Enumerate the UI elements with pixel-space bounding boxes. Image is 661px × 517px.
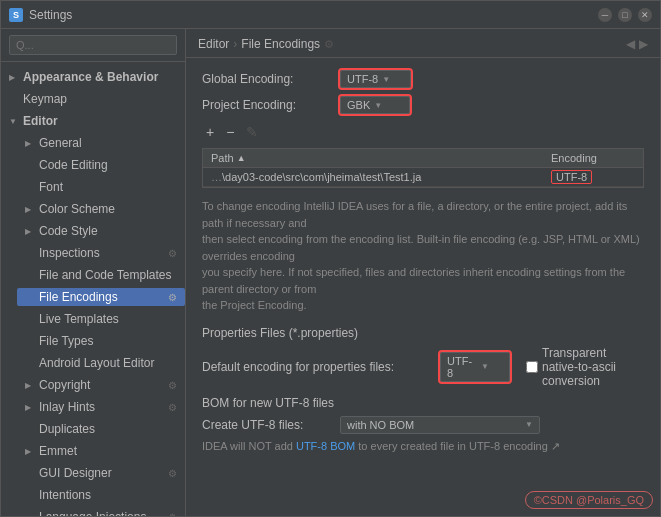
- nav-back-arrow[interactable]: ◀: [626, 37, 635, 51]
- sidebar-item-keymap[interactable]: Keymap: [1, 88, 185, 110]
- sidebar-tree: ▶ Appearance & Behavior Keymap ▼ Editor: [1, 62, 185, 516]
- panel-header: Editor › File Encodings ⚙ ◀ ▶: [186, 29, 660, 58]
- sidebar-item-intentions[interactable]: Intentions: [17, 484, 185, 506]
- remove-encoding-button[interactable]: −: [222, 122, 238, 142]
- breadcrumb-current: File Encodings: [241, 37, 320, 51]
- settings-icon: ⚙: [168, 292, 177, 303]
- sidebar-item-general[interactable]: ▶ General: [17, 132, 185, 154]
- note-text: IDEA will NOT add UTF-8 BOM to every cre…: [202, 440, 644, 453]
- main-content: ▶ Appearance & Behavior Keymap ▼ Editor: [1, 29, 660, 516]
- create-utf8-dropdown[interactable]: with NO BOM ▼: [340, 416, 540, 434]
- sidebar-item-label: File and Code Templates: [39, 268, 172, 282]
- sidebar-item-live-templates[interactable]: Live Templates: [17, 308, 185, 330]
- bom-section: BOM for new UTF-8 files Create UTF-8 fil…: [202, 396, 644, 453]
- global-encoding-label: Global Encoding:: [202, 72, 332, 86]
- sidebar-item-copyright[interactable]: ▶ Copyright ⚙: [17, 374, 185, 396]
- sidebar-item-label: Android Layout Editor: [39, 356, 154, 370]
- sidebar-item-font[interactable]: Font: [17, 176, 185, 198]
- window-title: Settings: [29, 8, 72, 22]
- sidebar-item-label: Code Style: [39, 224, 98, 238]
- dropdown-arrow-icon: ▼: [374, 101, 382, 110]
- create-utf8-value: with NO BOM: [347, 419, 521, 431]
- app-icon: S: [9, 8, 23, 22]
- arrow-icon: ▶: [25, 447, 37, 456]
- minimize-button[interactable]: ─: [598, 8, 612, 22]
- sidebar-item-android-layout[interactable]: Android Layout Editor: [17, 352, 185, 374]
- sidebar: ▶ Appearance & Behavior Keymap ▼ Editor: [1, 29, 186, 516]
- table-cell-path: …\day03-code\src\com\jheima\test\Test1.j…: [203, 168, 543, 186]
- properties-section: Properties Files (*.properties) Default …: [202, 326, 644, 388]
- sidebar-item-label: Appearance & Behavior: [23, 70, 158, 84]
- sidebar-item-label: File Types: [39, 334, 93, 348]
- create-utf8-label: Create UTF-8 files:: [202, 418, 332, 432]
- nav-forward-arrow[interactable]: ▶: [639, 37, 648, 51]
- title-bar: S Settings ─ □ ✕: [1, 1, 660, 29]
- create-utf8-row: Create UTF-8 files: with NO BOM ▼: [202, 416, 644, 434]
- sidebar-item-inlay-hints[interactable]: ▶ Inlay Hints ⚙: [17, 396, 185, 418]
- sidebar-item-label: Live Templates: [39, 312, 119, 326]
- arrow-icon: ▼: [9, 117, 21, 126]
- sidebar-item-label: Keymap: [23, 92, 67, 106]
- encodings-table: Path ▲ Encoding …\day03-code\src\com\jhe…: [202, 148, 644, 188]
- sidebar-item-inspections[interactable]: Inspections ⚙: [17, 242, 185, 264]
- breadcrumb-parent: Editor: [198, 37, 229, 51]
- breadcrumb: Editor › File Encodings ⚙: [198, 37, 334, 51]
- sidebar-item-file-encodings[interactable]: File Encodings ⚙: [17, 286, 185, 308]
- arrow-icon: ▶: [25, 205, 37, 214]
- sidebar-item-language-injections[interactable]: Language Injections ⚙: [17, 506, 185, 516]
- edit-encoding-button[interactable]: ✎: [242, 122, 262, 142]
- default-encoding-dropdown[interactable]: UTF-8 ▼: [440, 352, 510, 382]
- window-controls: ─ □ ✕: [598, 8, 652, 22]
- sidebar-item-label: Intentions: [39, 488, 91, 502]
- utf8-bom-link[interactable]: UTF-8 BOM: [296, 440, 355, 452]
- sidebar-item-emmet[interactable]: ▶ Emmet: [17, 440, 185, 462]
- search-input[interactable]: [9, 35, 177, 55]
- path-column-header: Path ▲: [203, 149, 543, 167]
- transparent-conversion-label: Transparent native-to-ascii conversion: [526, 346, 644, 388]
- sidebar-item-file-types[interactable]: File Types: [17, 330, 185, 352]
- editor-children: ▶ General Code Editing: [1, 132, 185, 516]
- project-encoding-label: Project Encoding:: [202, 98, 332, 112]
- main-panel: Editor › File Encodings ⚙ ◀ ▶ Global Enc…: [186, 29, 660, 516]
- nav-arrows: ◀ ▶: [626, 37, 648, 51]
- project-encoding-dropdown[interactable]: GBK ▼: [340, 96, 410, 114]
- table-cell-encoding: UTF-8: [543, 168, 643, 186]
- sidebar-item-label: Font: [39, 180, 63, 194]
- arrow-icon: ▶: [25, 381, 37, 390]
- sidebar-item-label: Emmet: [39, 444, 77, 458]
- sidebar-item-label: File Encodings: [39, 290, 118, 304]
- encoding-column-header: Encoding: [543, 149, 643, 167]
- close-button[interactable]: ✕: [638, 8, 652, 22]
- panel-content: Global Encoding: UTF-8 ▼ Project Encodin…: [186, 58, 660, 516]
- encoding-badge: UTF-8: [551, 170, 592, 184]
- add-encoding-button[interactable]: +: [202, 122, 218, 142]
- transparent-conversion-text: Transparent native-to-ascii conversion: [542, 346, 644, 388]
- global-encoding-dropdown[interactable]: UTF-8 ▼: [340, 70, 411, 88]
- arrow-icon: ▶: [25, 139, 37, 148]
- search-box: [1, 29, 185, 62]
- dropdown-arrow-icon: ▼: [481, 362, 489, 371]
- settings-icon: ⚙: [168, 512, 177, 517]
- dropdown-arrow-icon: ▼: [382, 75, 390, 84]
- sidebar-item-file-templates[interactable]: File and Code Templates: [17, 264, 185, 286]
- transparent-conversion-checkbox[interactable]: [526, 361, 538, 373]
- default-encoding-row: Default encoding for properties files: U…: [202, 346, 644, 388]
- dropdown-arrow-icon: ▼: [525, 420, 533, 429]
- maximize-button[interactable]: □: [618, 8, 632, 22]
- sidebar-item-label: Editor: [23, 114, 58, 128]
- sidebar-item-code-editing[interactable]: Code Editing: [17, 154, 185, 176]
- settings-window: S Settings ─ □ ✕ ▶ Appearance & Behavior: [0, 0, 661, 517]
- sidebar-item-duplicates[interactable]: Duplicates: [17, 418, 185, 440]
- sidebar-item-gui-designer[interactable]: GUI Designer ⚙: [17, 462, 185, 484]
- sidebar-item-label: Inlay Hints: [39, 400, 95, 414]
- settings-icon: ⚙: [168, 468, 177, 479]
- sidebar-item-color-scheme[interactable]: ▶ Color Scheme: [17, 198, 185, 220]
- table-row[interactable]: …\day03-code\src\com\jheima\test\Test1.j…: [203, 168, 643, 187]
- settings-icon: ⚙: [168, 402, 177, 413]
- sidebar-item-editor[interactable]: ▼ Editor: [1, 110, 185, 132]
- sidebar-item-appearance[interactable]: ▶ Appearance & Behavior: [1, 66, 185, 88]
- sort-arrow-icon: ▲: [237, 153, 246, 163]
- global-encoding-value: UTF-8: [347, 73, 378, 85]
- encoding-toolbar: + − ✎: [202, 122, 644, 142]
- sidebar-item-code-style[interactable]: ▶ Code Style: [17, 220, 185, 242]
